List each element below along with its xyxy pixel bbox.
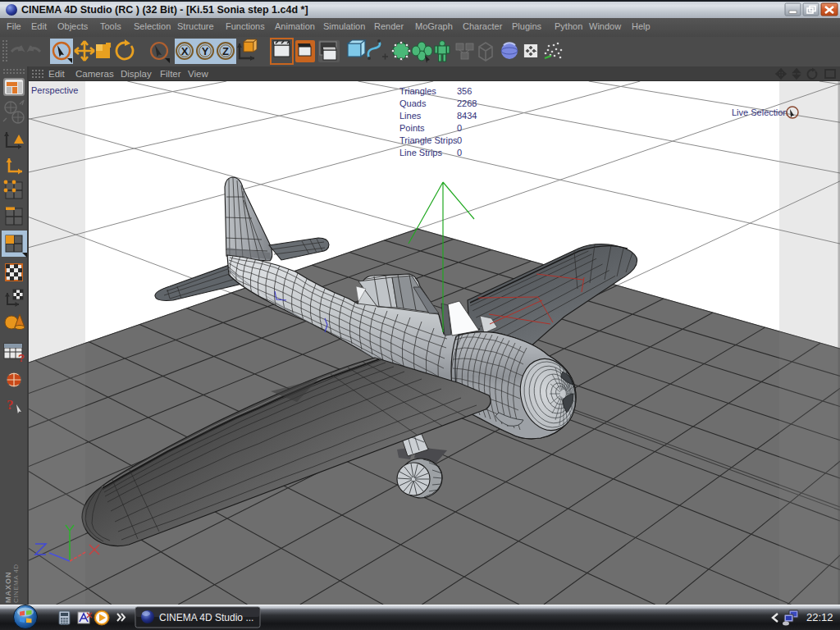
- svg-text:Quads: Quads: [399, 98, 427, 108]
- svg-text:?: ?: [18, 352, 25, 364]
- svg-text:MAXON: MAXON: [4, 572, 12, 604]
- svg-text:2268: 2268: [457, 98, 477, 108]
- svg-text:356: 356: [457, 86, 472, 96]
- svg-text:Triangles: Triangles: [399, 86, 436, 96]
- svg-text:?: ?: [7, 397, 14, 413]
- svg-text:CINEMA 4D Studio ...: CINEMA 4D Studio ...: [159, 612, 253, 623]
- svg-text:Perspective: Perspective: [31, 85, 78, 95]
- svg-text:0: 0: [457, 148, 462, 158]
- svg-text:CINEMA 4D Studio (RC ) (32 Bit: CINEMA 4D Studio (RC ) (32 Bit) - [Ki.51…: [21, 4, 308, 16]
- svg-text:Line Strips: Line Strips: [399, 148, 442, 158]
- svg-text:CINEMA 4D: CINEMA 4D: [12, 564, 20, 603]
- svg-text:0: 0: [457, 135, 462, 145]
- svg-text:8434: 8434: [457, 111, 477, 121]
- svg-text:Z: Z: [222, 45, 229, 57]
- svg-text:0: 0: [457, 123, 462, 133]
- svg-text:Y: Y: [202, 45, 209, 57]
- svg-text:22:12: 22:12: [806, 611, 833, 623]
- svg-text:Live Selection: Live Selection: [732, 107, 788, 117]
- svg-text:X: X: [181, 45, 189, 57]
- svg-text:Lines: Lines: [399, 111, 422, 121]
- svg-text:Triangle Strips: Triangle Strips: [399, 135, 458, 145]
- svg-text:Points: Points: [399, 123, 425, 133]
